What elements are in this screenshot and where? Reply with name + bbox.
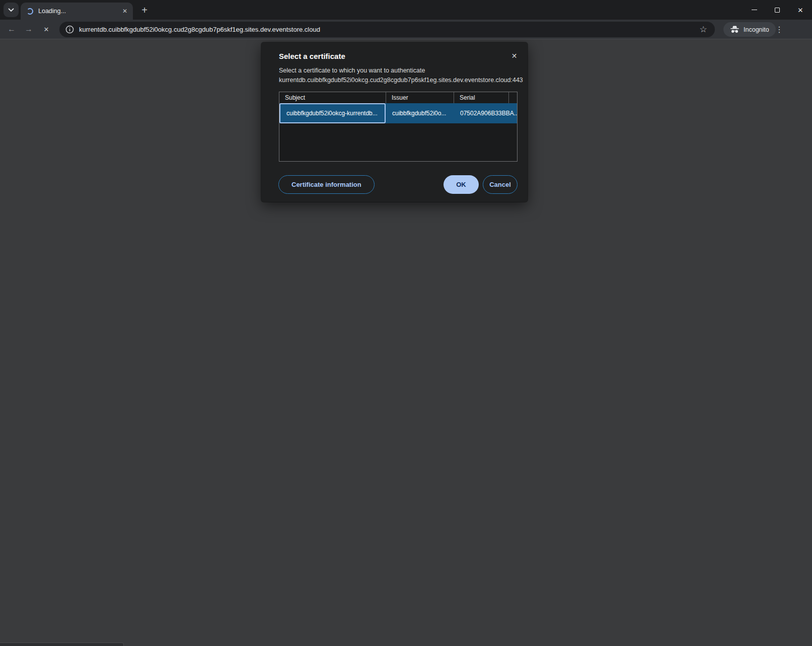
certificate-issuer: cuibbfkgdubf52i0o...: [386, 103, 454, 123]
back-button[interactable]: ←: [5, 22, 19, 36]
browser-menu-icon[interactable]: ⋮: [772, 22, 786, 36]
status-bar: kurrentdb.cuibbfkgdubf52i0okcg.cud2g8cgd…: [0, 642, 124, 646]
forward-button[interactable]: →: [22, 22, 36, 36]
page-content: Select a certificate ✕ Select a certific…: [0, 39, 812, 646]
window-controls: ✕: [743, 0, 812, 20]
minimize-icon: [752, 10, 757, 10]
tab-title: Loading...: [38, 8, 120, 15]
dialog-title: Select a certificate: [279, 52, 345, 60]
certificate-table-header: Subject Issuer Serial: [279, 92, 517, 103]
dialog-description: Select a certificate to which you want t…: [279, 67, 425, 74]
stop-loading-button[interactable]: ✕: [39, 22, 53, 36]
browser-toolbar: ← → ✕ kurrentdb.cuibbfkgdubf52i0okcg.cud…: [0, 20, 812, 39]
incognito-icon: [730, 26, 740, 33]
certificate-serial: 07502A906B33BBA...: [454, 103, 517, 123]
ok-button[interactable]: OK: [444, 175, 479, 194]
close-window-button[interactable]: ✕: [789, 0, 812, 20]
cancel-button[interactable]: Cancel: [483, 175, 518, 194]
certificate-subject: cuibbfkgdubf52i0okcg-kurrentdb...: [279, 103, 386, 123]
address-bar[interactable]: kurrentdb.cuibbfkgdubf52i0okcg.cud2g8cgd…: [59, 22, 715, 37]
tab-search-button[interactable]: [4, 3, 19, 17]
column-header-subject: Subject: [279, 92, 386, 103]
dialog-host: kurrentdb.cuibbfkgdubf52i0okcg.cud2g8cgd…: [279, 77, 523, 84]
incognito-badge: Incognito: [723, 22, 776, 37]
certificate-dialog: Select a certificate ✕ Select a certific…: [261, 42, 528, 202]
column-header-filler: [508, 92, 517, 103]
chevron-down-icon: [8, 8, 14, 12]
bookmark-star-icon[interactable]: ☆: [696, 22, 710, 36]
column-header-serial: Serial: [454, 92, 508, 103]
loading-spinner-icon: [27, 8, 33, 15]
tab-loading[interactable]: Loading... ✕: [21, 3, 133, 20]
url-text: kurrentdb.cuibbfkgdubf52i0okcg.cud2g8cgd…: [79, 26, 320, 33]
certificate-row-selected[interactable]: cuibbfkgdubf52i0okcg-kurrentdb... cuibbf…: [279, 103, 517, 123]
certificate-information-button[interactable]: Certificate information: [278, 175, 375, 194]
certificate-table: Subject Issuer Serial cuibbfkgdubf52i0ok…: [279, 92, 518, 162]
maximize-button[interactable]: [766, 0, 789, 20]
site-info-icon[interactable]: [65, 25, 74, 34]
maximize-icon: [775, 8, 780, 13]
tab-close-icon[interactable]: ✕: [120, 7, 129, 16]
new-tab-button[interactable]: +: [138, 4, 151, 17]
column-header-issuer: Issuer: [386, 92, 454, 103]
dialog-close-icon[interactable]: ✕: [509, 51, 519, 60]
incognito-label: Incognito: [744, 26, 769, 33]
minimize-button[interactable]: [743, 0, 766, 20]
titlebar: Loading... ✕ + ✕: [0, 0, 812, 20]
